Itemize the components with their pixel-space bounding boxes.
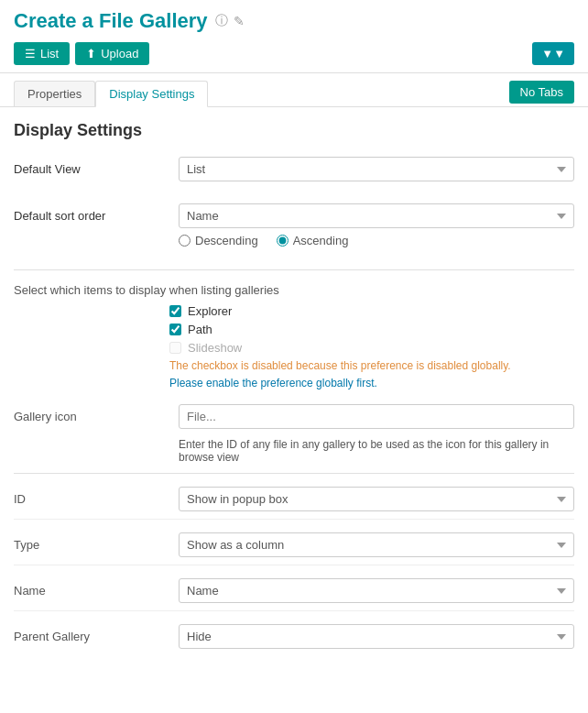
type-field-label: Type <box>14 538 179 552</box>
items-section-label: Select which items to display when listi… <box>14 283 574 297</box>
id-field-row: ID Show in popup box Show as a column Hi… <box>14 487 574 520</box>
default-view-row: Default View List Grid Slideshow <box>14 157 574 189</box>
gallery-icon-description: Enter the ID of any file in any gallery … <box>179 438 574 464</box>
separator-2 <box>14 473 574 474</box>
header-actions: ☰ List ⬆ Upload ▼▼ <box>14 42 574 65</box>
tabs-bar: Properties Display Settings No Tabs <box>0 73 588 107</box>
default-view-label: Default View <box>14 157 179 176</box>
descending-text: Descending <box>195 234 258 247</box>
path-checkbox[interactable] <box>169 324 181 335</box>
dropdown-icon: ▼▼ <box>541 47 565 60</box>
title-row: Create a File Gallery ⓘ ✎ <box>14 9 574 33</box>
tab-display-settings-label: Display Settings <box>109 87 194 101</box>
default-sort-control: Name Date Size Type Descending Ascending <box>179 203 574 247</box>
id-field-control: Show in popup box Show as a column Hide <box>179 487 574 511</box>
type-field-control: Show as a column Show in popup box Hide <box>179 532 574 557</box>
gallery-icon-input[interactable] <box>179 404 574 429</box>
list-icon: ☰ <box>25 47 36 60</box>
slideshow-label: Slideshow <box>188 341 242 355</box>
upload-label: Upload <box>101 47 138 60</box>
upload-icon: ⬆ <box>86 47 96 60</box>
default-view-control: List Grid Slideshow <box>179 157 574 181</box>
header-icon-group: ⓘ ✎ <box>215 13 245 29</box>
enable-preference-link[interactable]: Please enable the preference globally fi… <box>169 377 377 389</box>
id-field-label: ID <box>14 492 179 506</box>
parent-gallery-field-row: Parent Gallery Hide Show as a column Sho… <box>14 624 574 656</box>
separator-1 <box>14 269 574 270</box>
explorer-checkbox-row: Explorer <box>169 304 574 318</box>
page-title: Create a File Gallery <box>14 9 208 33</box>
path-checkbox-row: Path <box>169 323 574 336</box>
dropdown-button[interactable]: ▼▼ <box>532 42 574 65</box>
name-field-control: Name Hide <box>179 578 574 603</box>
content-area: Display Settings Default View List Grid … <box>0 107 588 683</box>
disabled-notice: The checkbox is disabled because this pr… <box>169 359 574 389</box>
no-tabs-button[interactable]: No Tabs <box>509 81 574 104</box>
name-field-row: Name Name Hide <box>14 578 574 611</box>
ascending-text: Ascending <box>293 234 349 247</box>
name-field-select[interactable]: Name Hide <box>179 578 574 603</box>
descending-label[interactable]: Descending <box>179 234 258 247</box>
path-label[interactable]: Path <box>188 323 212 336</box>
edit-icon[interactable]: ✎ <box>234 14 245 28</box>
name-field-label: Name <box>14 584 179 598</box>
sort-direction-group: Descending Ascending <box>179 234 574 247</box>
section-title: Display Settings <box>14 121 574 140</box>
tab-properties[interactable]: Properties <box>14 81 95 106</box>
explorer-label[interactable]: Explorer <box>188 304 232 318</box>
slideshow-checkbox-row: Slideshow <box>169 341 574 355</box>
no-tabs-area: No Tabs <box>509 81 574 104</box>
info-icon[interactable]: ⓘ <box>215 13 228 29</box>
tab-display-settings[interactable]: Display Settings <box>95 81 208 107</box>
type-field-select[interactable]: Show as a column Show in popup box Hide <box>179 532 574 557</box>
type-field-row: Type Show as a column Show in popup box … <box>14 532 574 565</box>
descending-radio[interactable] <box>179 235 191 247</box>
tabs-list: Properties Display Settings <box>14 81 208 106</box>
list-label: List <box>40 47 59 60</box>
default-sort-label: Default sort order <box>14 203 179 223</box>
list-button[interactable]: ☰ List <box>14 42 70 65</box>
parent-gallery-control: Hide Show as a column Show in popup box <box>179 624 574 649</box>
gallery-icon-wrap <box>179 404 574 429</box>
upload-button[interactable]: ⬆ Upload <box>75 42 149 65</box>
tab-properties-label: Properties <box>27 87 82 101</box>
ascending-radio[interactable] <box>277 235 289 247</box>
checkboxes-list: Explorer Path Slideshow <box>169 304 574 355</box>
action-buttons: ☰ List ⬆ Upload <box>14 42 149 65</box>
explorer-checkbox[interactable] <box>169 305 181 317</box>
page-header: Create a File Gallery ⓘ ✎ ☰ List ⬆ Uploa… <box>0 0 588 73</box>
disabled-notice-text: The checkbox is disabled because this pr… <box>169 359 574 372</box>
parent-gallery-select[interactable]: Hide Show as a column Show in popup box <box>179 624 574 649</box>
id-field-select[interactable]: Show in popup box Show as a column Hide <box>179 487 574 511</box>
parent-gallery-label: Parent Gallery <box>14 630 179 643</box>
gallery-icon-label: Gallery icon <box>14 404 179 423</box>
default-view-select[interactable]: List Grid Slideshow <box>179 157 574 181</box>
default-sort-select[interactable]: Name Date Size Type <box>179 203 574 228</box>
gallery-icon-row: Gallery icon <box>14 404 574 429</box>
items-display-section: Select which items to display when listi… <box>14 283 574 389</box>
default-sort-order-row: Default sort order Name Date Size Type D… <box>14 203 574 255</box>
slideshow-checkbox <box>169 342 181 354</box>
ascending-label[interactable]: Ascending <box>277 234 349 247</box>
